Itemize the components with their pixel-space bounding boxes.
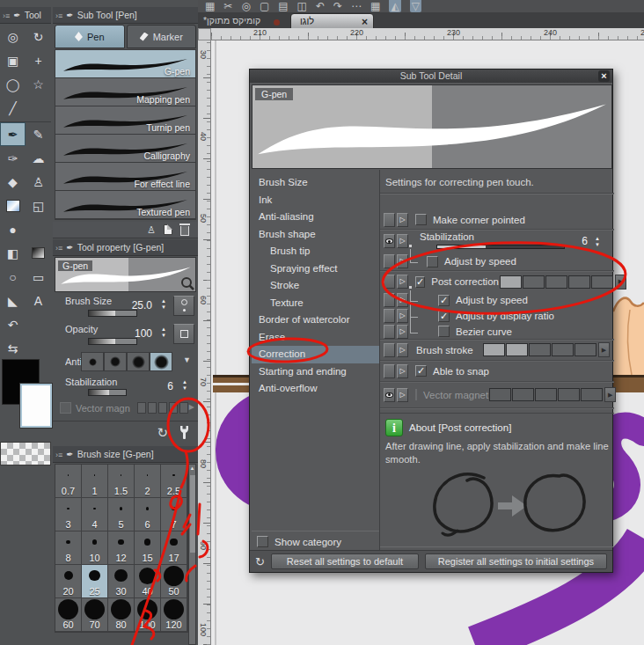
page-flip-tool-icon[interactable]: ⇆ xyxy=(0,336,26,360)
subtool-tab-marker[interactable]: Marker xyxy=(127,25,197,48)
opacity-value[interactable]: 100 xyxy=(135,327,152,340)
brush-size-cell[interactable]: 10 xyxy=(82,531,108,565)
brush-size-cell[interactable]: 100 xyxy=(135,598,161,632)
opacity-slider[interactable] xyxy=(88,338,137,345)
vector-magnet-checkbox[interactable] xyxy=(60,402,71,414)
brush-size-cell[interactable]: 3 xyxy=(55,498,82,531)
opacity-pressure-button[interactable] xyxy=(173,324,194,344)
category-starting-and-ending[interactable]: Starting and ending xyxy=(252,363,379,381)
level-segment[interactable] xyxy=(489,388,511,401)
ruler-icon[interactable]: ▦ xyxy=(370,0,380,12)
fill-tool-icon[interactable]: ◧ xyxy=(0,241,26,265)
grid-icon[interactable]: ▦ xyxy=(205,0,215,12)
select-layer-tool-icon[interactable]: ◣ xyxy=(0,289,26,312)
brush-size-cell[interactable]: 8 xyxy=(55,531,82,565)
active-document-tab[interactable]: לוגו × xyxy=(290,13,374,29)
visibility-toggle[interactable] xyxy=(384,364,395,378)
brush-size-cell[interactable]: 60 xyxy=(55,598,82,632)
visibility-toggle[interactable] xyxy=(384,309,395,323)
brush-size-cell[interactable]: 1 xyxy=(82,465,108,498)
blend-tool-icon[interactable]: ● xyxy=(0,217,26,241)
pen-list-item[interactable]: Mapping pen xyxy=(55,78,195,106)
visibility-toggle[interactable] xyxy=(384,234,395,248)
stabilization-value[interactable]: 6 xyxy=(167,380,173,392)
vector-magnet-checkbox[interactable] xyxy=(415,389,417,400)
visibility-toggle[interactable] xyxy=(384,275,395,289)
reset-all-button[interactable]: Reset all settings to default xyxy=(271,553,419,569)
brush-size-cell[interactable]: 17 xyxy=(161,531,187,565)
adjust-by-display-ratio-checkbox[interactable]: ✓ xyxy=(438,311,450,322)
category-brush-tip[interactable]: Brush tip xyxy=(252,243,379,260)
panel-menu-icon[interactable]: ›≡ xyxy=(55,451,62,459)
scissors-icon[interactable]: ✂ xyxy=(223,0,232,12)
visibility-toggle[interactable] xyxy=(384,325,395,339)
restore-defaults-icon[interactable]: ↻ xyxy=(157,425,168,441)
subtool-panel-header[interactable]: ›≡✒Sub Tool [Pen] xyxy=(53,7,198,24)
background-color-swatch[interactable] xyxy=(20,384,52,428)
brush-size-cell[interactable]: 25 xyxy=(82,565,108,598)
level-segment[interactable] xyxy=(591,275,613,289)
delete-subtool-icon[interactable] xyxy=(180,226,189,236)
rotate-canvas-tool-icon[interactable]: ↻ xyxy=(26,25,51,48)
subtool-tab-pen[interactable]: Pen xyxy=(55,25,125,48)
brush-size-cell[interactable]: 6 xyxy=(135,498,161,531)
post-correction-level-bar[interactable] xyxy=(499,275,613,289)
dialog-close-icon[interactable]: × xyxy=(598,70,610,82)
stabilization-value[interactable]: 6 xyxy=(582,235,588,247)
lasso-selection-tool-icon[interactable]: ◯ xyxy=(0,72,26,96)
dynamics-button[interactable]: ▷ xyxy=(397,325,408,339)
move-tool-icon[interactable]: + xyxy=(26,48,51,72)
category-brush-size[interactable]: Brush Size xyxy=(252,174,379,192)
visibility-toggle[interactable] xyxy=(384,388,395,402)
eraser-tool-icon[interactable]: ◱ xyxy=(26,194,51,217)
correct-line-tool-icon[interactable]: ↶ xyxy=(0,312,26,336)
pen-list-item[interactable]: G-pen xyxy=(55,50,195,78)
vector-magnet-arrow-icon[interactable]: ▶ xyxy=(189,403,194,411)
category-anti-aliasing[interactable]: Anti-aliasing xyxy=(252,209,379,226)
register-subtool-icon[interactable]: ♙ xyxy=(147,224,156,236)
brush-size-scrollbar[interactable]: ▲ xyxy=(188,464,196,645)
auto-select-tool-icon[interactable]: ☆ xyxy=(26,72,51,96)
compass-icon[interactable]: ◎ xyxy=(241,0,250,12)
dots-icon[interactable]: ⋯ xyxy=(351,0,362,12)
stabilization-slider[interactable] xyxy=(88,389,127,396)
category-stroke[interactable]: Stroke xyxy=(252,277,379,295)
brush-size-cell[interactable]: 20 xyxy=(55,565,82,598)
dynamics-button[interactable]: ▷ xyxy=(397,213,408,227)
operation-tool-icon[interactable]: ▣ xyxy=(0,48,26,72)
level-segment[interactable] xyxy=(558,388,580,401)
level-segment[interactable] xyxy=(483,343,505,356)
brush-size-cell[interactable]: 15 xyxy=(135,531,161,565)
category-ink[interactable]: Ink xyxy=(252,192,379,209)
opacity-spinner[interactable]: ▲▼ xyxy=(161,326,166,338)
brush-size-slider[interactable] xyxy=(88,310,137,317)
open-file-icon[interactable]: ▤ xyxy=(278,0,288,12)
brush-size-cell[interactable]: 30 xyxy=(108,565,135,598)
anti-dropdown-icon[interactable]: ▼ xyxy=(183,355,191,364)
level-segment[interactable] xyxy=(581,388,603,401)
figure-tool-icon[interactable]: ○ xyxy=(0,265,26,289)
pencil-tool-icon[interactable]: ✎ xyxy=(26,122,51,146)
copy-subtool-icon[interactable] xyxy=(164,224,172,235)
make-corner-pointed-checkbox[interactable] xyxy=(415,214,427,225)
brush-size-cell[interactable]: 80 xyxy=(108,598,135,632)
scrollbar-thumb[interactable] xyxy=(190,475,195,553)
brush-size-cell[interactable]: 1.5 xyxy=(108,465,135,498)
anti-strong-button[interactable] xyxy=(150,352,172,371)
dynamics-button[interactable]: ▷ xyxy=(397,309,408,323)
adjust-by-speed-checkbox[interactable] xyxy=(427,256,438,268)
category-texture[interactable]: Texture xyxy=(252,295,379,312)
pen-list-item[interactable]: Turnip pen xyxy=(55,106,195,135)
pen-list-item[interactable]: Calligraphy xyxy=(55,135,195,163)
level-segment[interactable] xyxy=(523,275,545,289)
frame-border-tool-icon[interactable]: ▭ xyxy=(26,265,51,289)
reset-icon[interactable]: ↻ xyxy=(255,555,265,568)
dynamics-button[interactable]: ▷ xyxy=(397,343,408,357)
zoom-tool-icon[interactable]: ◎ xyxy=(0,25,26,48)
brush-size-cell[interactable]: 120 xyxy=(161,598,187,632)
visibility-toggle[interactable] xyxy=(384,254,395,268)
panel-menu-icon[interactable]: ›≡ xyxy=(55,244,62,253)
tool-panel-tab[interactable]: ›≡✒Tool xyxy=(0,7,51,24)
brush-size-cell[interactable]: 5 xyxy=(108,498,135,531)
category-correction[interactable]: Correction xyxy=(252,346,379,363)
